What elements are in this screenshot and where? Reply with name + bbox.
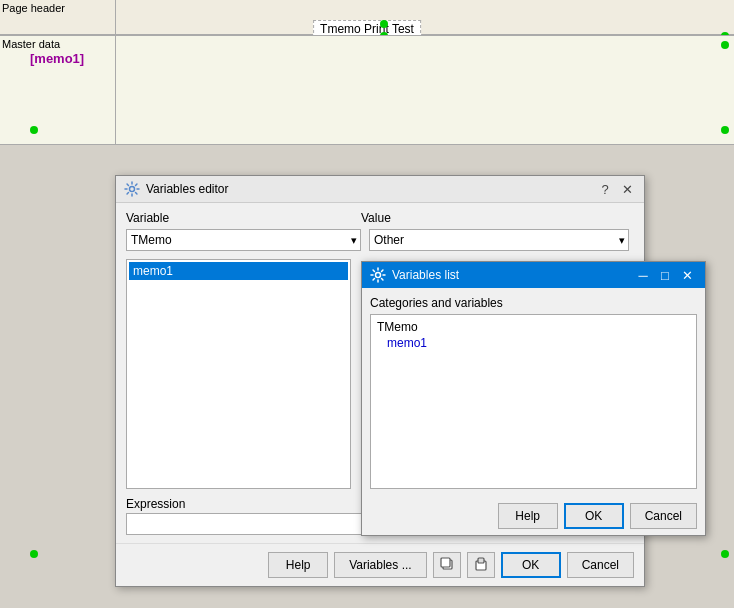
minimize-btn[interactable]: ─ (633, 266, 653, 284)
handle-dot (721, 126, 729, 134)
value-select-wrapper[interactable]: Other (369, 229, 629, 251)
svg-rect-4 (478, 558, 484, 563)
variables-editor-title: Variables editor (146, 182, 229, 196)
memo-field: [memo1] (30, 51, 84, 66)
vlist-titlebar-left: Variables list (370, 267, 459, 283)
selects-row: TMemo Other (126, 229, 634, 251)
svg-rect-2 (441, 558, 450, 567)
variable-select[interactable]: TMemo (126, 229, 361, 251)
titlebar-left: Variables editor (124, 181, 229, 197)
master-data-band: Master data [memo1] (0, 35, 734, 145)
variable-column-label: Variable (126, 211, 361, 225)
handle-dot (721, 550, 729, 558)
vlist-buttons: Help OK Cancel (362, 497, 705, 535)
svg-point-5 (376, 273, 381, 278)
handle-dot (30, 550, 38, 558)
vlist-help-button[interactable]: Help (498, 503, 558, 529)
variable-select-wrapper[interactable]: TMemo (126, 229, 361, 251)
variable-list[interactable]: memo1 (126, 259, 351, 489)
variables-list-titlebar: Variables list ─ □ ✕ (362, 262, 705, 288)
list-item[interactable]: memo1 (129, 262, 348, 280)
handle-dot (721, 41, 729, 49)
cancel-button[interactable]: Cancel (567, 552, 634, 578)
vlist-box[interactable]: TMemo memo1 (370, 314, 697, 489)
svg-point-0 (130, 187, 135, 192)
master-data-label: Master data (2, 38, 60, 50)
page-header-label: Page header (2, 2, 65, 14)
vlist-ok-button[interactable]: OK (564, 503, 624, 529)
vlist-var-item[interactable]: memo1 (375, 335, 692, 351)
variables-editor-titlebar: Variables editor ? ✕ (116, 176, 644, 203)
close-icon-btn[interactable]: ✕ (618, 180, 636, 198)
vlist-content: Categories and variables TMemo memo1 (362, 288, 705, 497)
gear-icon-white (370, 267, 386, 283)
maximize-btn[interactable]: □ (655, 266, 675, 284)
variables-list-title: Variables list (392, 268, 459, 282)
vlist-category-item[interactable]: TMemo (375, 319, 692, 335)
copy-icon-button[interactable] (433, 552, 461, 578)
categories-label: Categories and variables (370, 296, 697, 310)
handle-dot (30, 126, 38, 134)
editor-bottom-buttons: Help Variables ... OK Cancel (116, 543, 644, 586)
copy-icon (440, 557, 454, 571)
page-header-band: Page header Tmemo Print Test (0, 0, 734, 35)
variables-button[interactable]: Variables ... (334, 552, 426, 578)
column-labels-row: Variable Value (126, 211, 634, 225)
paste-icon-button[interactable] (467, 552, 495, 578)
close-btn[interactable]: ✕ (677, 266, 697, 284)
help-button[interactable]: Help (268, 552, 328, 578)
variables-list-dialog: Variables list ─ □ ✕ Categories and vari… (361, 261, 706, 536)
value-column-label: Value (361, 211, 621, 225)
vlist-cancel-button[interactable]: Cancel (630, 503, 697, 529)
ok-button[interactable]: OK (501, 552, 561, 578)
value-select[interactable]: Other (369, 229, 629, 251)
vlist-titlebar-icons: ─ □ ✕ (633, 266, 697, 284)
designer-area: Page header Tmemo Print Test Master data… (0, 0, 734, 608)
handle-dot (380, 20, 388, 28)
gear-icon (124, 181, 140, 197)
paste-icon (474, 557, 488, 571)
help-icon-btn[interactable]: ? (596, 180, 614, 198)
titlebar-icons: ? ✕ (596, 180, 636, 198)
